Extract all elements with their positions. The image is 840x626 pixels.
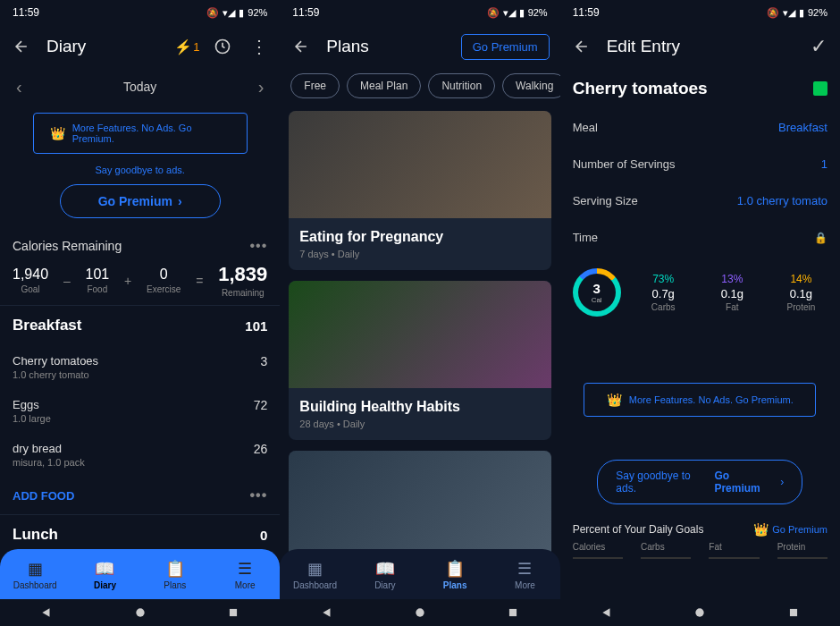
meal-more-button[interactable]: •••: [250, 487, 268, 503]
calorie-ring: 3Cal: [573, 268, 621, 317]
plans-list[interactable]: Eating for Pregnancy7 days • Daily Build…: [280, 104, 559, 626]
android-recent[interactable]: [787, 606, 800, 619]
food-desc: 1.0 cherry tomato: [13, 369, 98, 380]
nav-label: More: [515, 580, 535, 590]
field-value: 1: [821, 157, 827, 171]
goal-label: Calories: [573, 542, 606, 552]
silent-icon: 🔕: [206, 7, 219, 19]
current-date[interactable]: Today: [123, 80, 156, 94]
food-name: Cherry tomatoes: [13, 354, 98, 368]
diary-icon: 📖: [375, 559, 395, 579]
go-premium-button[interactable]: Say goodbye to ads. Go Premium ›: [597, 460, 802, 504]
streak-count: 1: [193, 40, 199, 54]
food-name: Eggs: [13, 398, 51, 411]
history-button[interactable]: [212, 36, 233, 57]
time-field[interactable]: Time🔒: [560, 219, 840, 256]
android-home[interactable]: [134, 606, 147, 619]
goals-premium-link[interactable]: 👑Go Premium: [753, 522, 827, 537]
premium-promo[interactable]: 👑 More Features. No Ads. Go Premium.: [584, 383, 816, 417]
serving-size-field[interactable]: Serving Size1.0 cherry tomato: [560, 182, 840, 219]
food-cal: 72: [254, 398, 268, 424]
food-item[interactable]: dry breadmisura, 1.0 pack26: [0, 433, 280, 477]
back-button[interactable]: [571, 36, 592, 57]
goal-track: [777, 557, 827, 559]
food-name: dry bread: [13, 442, 85, 455]
chip-walking[interactable]: Walking: [502, 73, 560, 98]
android-home[interactable]: [414, 606, 426, 619]
page-title: Edit Entry: [607, 37, 794, 56]
go-premium-button[interactable]: Go Premium ›: [60, 184, 221, 218]
wifi-icon: ▾◢: [223, 7, 235, 19]
nav-more[interactable]: ☰More: [210, 549, 280, 599]
android-home[interactable]: [693, 606, 706, 619]
goodbye-text: Say goodbye to ads.: [0, 165, 280, 175]
food-name: Cherry tomatoes: [573, 79, 708, 98]
chip-mealplan[interactable]: Meal Plan: [347, 73, 421, 98]
filter-chips: Free Meal Plan Nutrition Walking Workout: [280, 68, 559, 104]
chip-nutrition[interactable]: Nutrition: [428, 73, 495, 98]
remaining-label: Remaining: [218, 288, 267, 298]
calories-more-button[interactable]: •••: [250, 238, 268, 254]
carbs-col: 73%0.7gCarbs: [637, 273, 690, 312]
meal-field[interactable]: MealBreakfast: [560, 109, 840, 146]
add-food-label: ADD FOOD: [13, 489, 74, 503]
plan-card[interactable]: Eating for Pregnancy7 days • Daily: [289, 111, 550, 270]
android-nav: [280, 599, 559, 626]
android-recent[interactable]: [507, 606, 519, 619]
macro-pct: 13%: [706, 273, 759, 285]
kebab-icon: ⋮: [250, 36, 266, 57]
prev-day-button[interactable]: ‹: [16, 77, 22, 97]
food-desc: 1.0 large: [13, 413, 51, 424]
streak-button[interactable]: ⚡1: [176, 36, 197, 57]
add-food-breakfast[interactable]: ADD FOOD•••: [0, 477, 280, 514]
plan-card[interactable]: Building Healthy Habits28 days • Daily: [289, 281, 550, 440]
dashboard-icon: ▦: [307, 559, 323, 579]
goal-track: [573, 557, 623, 559]
android-recent[interactable]: [227, 606, 239, 619]
chevron-right-icon: ›: [780, 476, 784, 488]
plan-card[interactable]: [289, 451, 550, 558]
goal-bars: Calories Carbs Fat Protein: [560, 542, 840, 564]
nav-more[interactable]: ☰More: [490, 549, 559, 599]
equals-op: =: [196, 274, 203, 288]
verified-icon: [813, 81, 827, 96]
nav-plans[interactable]: 📋Plans: [420, 549, 490, 599]
servings-field[interactable]: Number of Servings1: [560, 146, 840, 182]
plan-image: [289, 281, 550, 388]
nav-label: Plans: [443, 580, 467, 590]
nav-dashboard[interactable]: ▦Dashboard: [0, 549, 70, 599]
next-day-button[interactable]: ›: [258, 77, 265, 97]
nav-diary[interactable]: 📖Diary: [350, 549, 420, 599]
confirm-button[interactable]: ✓: [808, 36, 829, 57]
battery-pct: 92%: [808, 7, 827, 18]
svg-point-3: [416, 608, 424, 616]
go-premium-button[interactable]: Go Premium: [461, 34, 550, 60]
svg-rect-4: [509, 609, 517, 616]
battery-pct: 92%: [248, 7, 267, 18]
breakfast-header[interactable]: Breakfast 101: [0, 305, 280, 345]
status-icons: 🔕▾◢▮92%: [487, 7, 548, 19]
macro-grams: 0.7g: [637, 287, 690, 300]
svg-rect-6: [790, 609, 797, 616]
field-value: 1.0 cherry tomato: [737, 194, 827, 207]
nav-diary[interactable]: 📖Diary: [70, 549, 139, 599]
calories-section: Calories Remaining ••• 1,940Goal – 101Fo…: [0, 227, 280, 305]
nav-dashboard[interactable]: ▦Dashboard: [280, 549, 349, 599]
back-button[interactable]: [290, 36, 312, 57]
nav-plans[interactable]: 📋Plans: [140, 549, 210, 599]
macro-summary: 3Cal 73%0.7gCarbs 13%0.1gFat 14%0.1gProt…: [560, 256, 840, 329]
chip-free[interactable]: Free: [290, 73, 340, 98]
android-back[interactable]: [601, 606, 613, 619]
food-item[interactable]: Cherry tomatoes1.0 cherry tomato3: [0, 345, 280, 389]
plans-screen: 11:59 🔕▾◢▮92% Plans Go Premium Free Meal…: [280, 0, 559, 626]
android-back[interactable]: [321, 606, 333, 619]
macro-name: Protein: [775, 302, 827, 312]
android-back[interactable]: [40, 606, 53, 619]
premium-promo[interactable]: 👑 More Features. No Ads. Go Premium.: [33, 113, 248, 154]
field-value: Breakfast: [778, 121, 827, 134]
food-item[interactable]: Eggs1.0 large72: [0, 389, 280, 433]
back-button[interactable]: [11, 36, 32, 57]
exercise-value: 0: [147, 266, 181, 283]
nav-label: Diary: [94, 580, 116, 590]
more-button[interactable]: ⋮: [248, 36, 269, 57]
